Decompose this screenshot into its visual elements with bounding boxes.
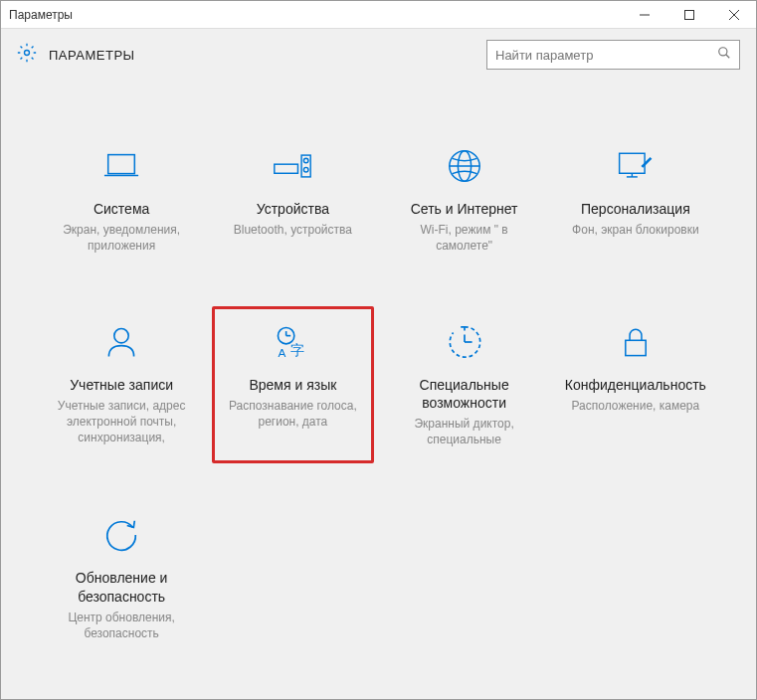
tile-title: Учетные записи	[70, 376, 173, 394]
tile-desc: Распознавание голоса, регион, дата	[220, 398, 365, 430]
time-language-icon: A 字	[273, 322, 312, 362]
update-icon	[101, 515, 141, 555]
tile-title: Система	[94, 200, 149, 218]
tile-desc: Экран, уведомления, приложения	[49, 222, 194, 254]
minimize-button[interactable]	[622, 1, 666, 28]
tile-title: Время и язык	[249, 376, 336, 394]
tile-personalization[interactable]: Персонализация Фон, экран блокировки	[555, 130, 716, 270]
tile-desc: Bluetooth, устройства	[234, 222, 352, 238]
svg-text:字: 字	[291, 342, 305, 357]
globe-icon	[445, 146, 484, 186]
close-button[interactable]	[711, 1, 756, 28]
tile-privacy[interactable]: Конфиденциальность Расположение, камера	[555, 306, 716, 464]
titlebar: Параметры	[1, 1, 756, 29]
settings-window: Параметры ПАРАМЕТРЫ Найти парамет	[0, 0, 757, 700]
tile-devices[interactable]: Устройства Bluetooth, устройства	[212, 130, 373, 270]
tile-title: Конфиденциальность	[565, 376, 706, 394]
tile-desc: Wi-Fi, режим " в самолете"	[392, 222, 537, 254]
tile-desc: Фон, экран блокировки	[572, 222, 699, 238]
tile-title: Устройства	[257, 200, 329, 218]
tile-title: Сеть и Интернет	[411, 200, 518, 218]
svg-line-6	[726, 55, 730, 59]
personalization-icon	[616, 146, 656, 186]
settings-grid: Система Экран, уведомления, приложения У…	[41, 130, 716, 657]
tile-accounts[interactable]: Учетные записи Учетные записи, адрес эле…	[41, 306, 202, 464]
svg-rect-9	[275, 164, 298, 173]
svg-rect-7	[108, 155, 135, 174]
content: Система Экран, уведомления, приложения У…	[1, 81, 756, 699]
gear-icon	[17, 43, 37, 67]
tile-time-language[interactable]: A 字 Время и язык Распознавание голоса, р…	[212, 306, 373, 464]
person-icon	[101, 322, 141, 362]
search-placeholder: Найти параметр	[495, 48, 593, 63]
page-title: ПАРАМЕТРЫ	[49, 48, 135, 63]
devices-icon	[273, 146, 312, 186]
maximize-button[interactable]	[666, 1, 711, 28]
svg-point-14	[304, 158, 309, 163]
window-title: Параметры	[9, 8, 73, 22]
svg-rect-19	[620, 153, 645, 173]
svg-point-4	[25, 51, 30, 56]
search-icon	[717, 46, 731, 64]
tile-title: Специальные возможности	[392, 376, 537, 412]
svg-text:A: A	[279, 345, 286, 359]
display-icon	[101, 146, 141, 186]
svg-point-22	[114, 328, 128, 342]
ease-icon	[445, 322, 484, 362]
svg-point-15	[304, 167, 309, 172]
tile-update-security[interactable]: Обновление и безопасность Центр обновлен…	[41, 499, 202, 657]
tile-desc: Учетные записи, адрес электронной почты,…	[49, 398, 194, 446]
tile-system[interactable]: Система Экран, уведомления, приложения	[41, 130, 202, 270]
tile-desc: Расположение, камера	[572, 398, 700, 414]
tile-title: Персонализация	[581, 200, 690, 218]
header: ПАРАМЕТРЫ Найти параметр	[1, 29, 756, 81]
tile-title: Обновление и безопасность	[49, 569, 194, 605]
svg-point-5	[719, 48, 727, 56]
window-controls	[622, 1, 756, 28]
lock-icon	[616, 322, 656, 362]
tile-network[interactable]: Сеть и Интернет Wi-Fi, режим " в самолет…	[384, 130, 545, 270]
tile-desc: Экранный диктор, специальные	[392, 416, 537, 447]
header-left: ПАРАМЕТРЫ	[17, 43, 135, 67]
svg-rect-1	[684, 10, 693, 19]
search-input[interactable]: Найти параметр	[486, 40, 740, 70]
tile-ease-of-access[interactable]: Специальные возможности Экранный диктор,…	[384, 306, 545, 464]
svg-rect-30	[626, 340, 646, 355]
tile-desc: Центр обновления, безопасность	[49, 610, 194, 641]
